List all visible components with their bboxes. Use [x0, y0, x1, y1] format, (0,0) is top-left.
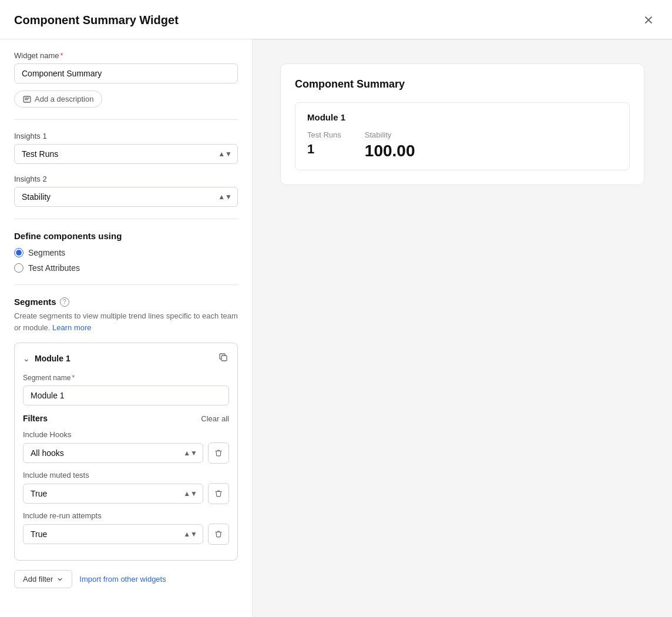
include-hooks-select[interactable]: All hooks Before hooks After hooks None: [23, 443, 203, 463]
add-filter-button[interactable]: Add filter: [14, 570, 72, 588]
include-hooks-select-wrapper: All hooks Before hooks After hooks None …: [23, 443, 203, 463]
delete-rerun-button[interactable]: [208, 524, 229, 545]
copy-icon: [219, 353, 228, 362]
add-description-label: Add a description: [35, 95, 93, 103]
insights1-label: Insights 1: [14, 132, 238, 140]
svg-rect-1: [221, 356, 227, 361]
test-attributes-radio[interactable]: [14, 263, 23, 273]
include-rerun-select-wrapper: True False ▲▼: [23, 524, 203, 544]
modal-header: Component Summary Widget: [0, 0, 672, 39]
widget-name-label: Widget name*: [14, 51, 238, 60]
stability-value: 100.00: [365, 142, 415, 160]
define-section: Define components using Segments Test At…: [14, 231, 238, 273]
trash-icon-2: [214, 489, 223, 498]
include-hooks-row: All hooks Before hooks After hooks None …: [23, 442, 229, 464]
segment-card-left: ⌄ Module 1: [23, 354, 70, 363]
include-rerun-filter: Include re-run attempts True False ▲▼: [23, 511, 229, 545]
filters-title: Filters: [23, 414, 48, 423]
insights1-wrapper: Test Runs Stability Pass Rate Flakiness …: [14, 144, 238, 164]
include-rerun-row: True False ▲▼: [23, 524, 229, 545]
include-muted-row: True False ▲▼: [23, 483, 229, 504]
preview-widget-title: Component Summary: [295, 78, 630, 90]
widget-preview: Component Summary Module 1 Test Runs 1 S…: [280, 63, 644, 185]
segments-description: Create segments to view multiple trend l…: [14, 310, 238, 333]
widget-name-group: Widget name*: [14, 51, 238, 83]
test-attributes-radio-item[interactable]: Test Attributes: [14, 263, 238, 273]
bottom-actions: Add filter Import from other widgets: [14, 570, 238, 588]
modal-body: Widget name* Add a description Insights …: [0, 39, 672, 617]
include-rerun-select[interactable]: True False: [23, 524, 203, 544]
include-hooks-label: Include Hooks: [23, 430, 229, 439]
define-title: Define components using: [14, 231, 238, 241]
segment-name-required: *: [72, 374, 75, 382]
filters-header: Filters Clear all: [23, 414, 229, 423]
segments-header: Segments ?: [14, 297, 238, 307]
delete-hooks-button[interactable]: [208, 442, 229, 464]
divider-1: [14, 119, 238, 120]
module-stats: Test Runs 1 Stability 100.00: [307, 130, 617, 160]
radio-group: Segments Test Attributes: [14, 248, 238, 273]
segments-radio[interactable]: [14, 248, 23, 257]
segment-card: ⌄ Module 1 Segment nam: [14, 343, 238, 561]
widget-name-input[interactable]: [14, 63, 238, 83]
add-filter-label: Add filter: [23, 575, 53, 584]
divider-3: [14, 284, 238, 285]
close-icon: [643, 15, 654, 25]
insights2-section: Insights 2 Stability Test Runs Pass Rate…: [14, 175, 238, 207]
segments-title: Segments: [14, 297, 56, 307]
left-panel: Widget name* Add a description Insights …: [0, 39, 253, 617]
chevron-down-icon[interactable]: ⌄: [23, 354, 30, 363]
stability-label: Stability: [365, 130, 415, 139]
segments-section: Segments ? Create segments to view multi…: [14, 297, 238, 588]
insights2-wrapper: Stability Test Runs Pass Rate Flakiness …: [14, 187, 238, 207]
segment-card-title: Module 1: [35, 354, 70, 363]
include-muted-select[interactable]: True False: [23, 484, 203, 504]
insights2-select[interactable]: Stability Test Runs Pass Rate Flakiness: [14, 187, 238, 207]
add-description-button[interactable]: Add a description: [14, 90, 102, 108]
include-rerun-label: Include re-run attempts: [23, 511, 229, 520]
test-attributes-radio-label: Test Attributes: [28, 263, 80, 273]
segments-radio-item[interactable]: Segments: [14, 248, 238, 257]
test-runs-label: Test Runs: [307, 130, 341, 139]
chevron-down-icon-small: [56, 576, 63, 583]
right-panel: Component Summary Module 1 Test Runs 1 S…: [253, 39, 672, 617]
delete-muted-button[interactable]: [208, 483, 229, 504]
modal: Component Summary Widget Widget name*: [0, 0, 672, 617]
include-muted-filter: Include muted tests True False ▲▼: [23, 471, 229, 504]
description-icon: [23, 95, 31, 103]
insights2-label: Insights 2: [14, 175, 238, 183]
segment-card-header: ⌄ Module 1: [23, 351, 229, 365]
trash-icon: [214, 449, 223, 457]
segment-name-group: Segment name*: [23, 374, 229, 405]
trash-icon-3: [214, 530, 223, 538]
segment-name-input[interactable]: [23, 385, 229, 405]
preview-area: Component Summary Module 1 Test Runs 1 S…: [253, 40, 672, 617]
required-star: *: [61, 51, 63, 60]
module-card-title: Module 1: [307, 112, 617, 122]
modal-title: Component Summary Widget: [14, 14, 179, 27]
help-icon[interactable]: ?: [60, 297, 69, 307]
insights1-section: Insights 1 Test Runs Stability Pass Rate…: [14, 132, 238, 164]
stability-stat: Stability 100.00: [365, 130, 415, 160]
learn-more-link[interactable]: Learn more: [52, 323, 91, 332]
import-from-widgets-button[interactable]: Import from other widgets: [79, 575, 166, 584]
divider-2: [14, 219, 238, 219]
segments-radio-label: Segments: [28, 248, 65, 257]
test-runs-value: 1: [307, 142, 341, 157]
segment-name-label: Segment name*: [23, 374, 229, 382]
test-runs-stat: Test Runs 1: [307, 130, 341, 157]
copy-segment-button[interactable]: [217, 351, 229, 365]
include-hooks-filter: Include Hooks All hooks Before hooks Aft…: [23, 430, 229, 464]
include-muted-label: Include muted tests: [23, 471, 229, 479]
clear-all-button[interactable]: Clear all: [201, 414, 229, 423]
include-muted-select-wrapper: True False ▲▼: [23, 484, 203, 504]
insights1-select[interactable]: Test Runs Stability Pass Rate Flakiness: [14, 144, 238, 164]
module-card: Module 1 Test Runs 1 Stability 100.00: [295, 102, 630, 170]
close-button[interactable]: [639, 11, 658, 29]
